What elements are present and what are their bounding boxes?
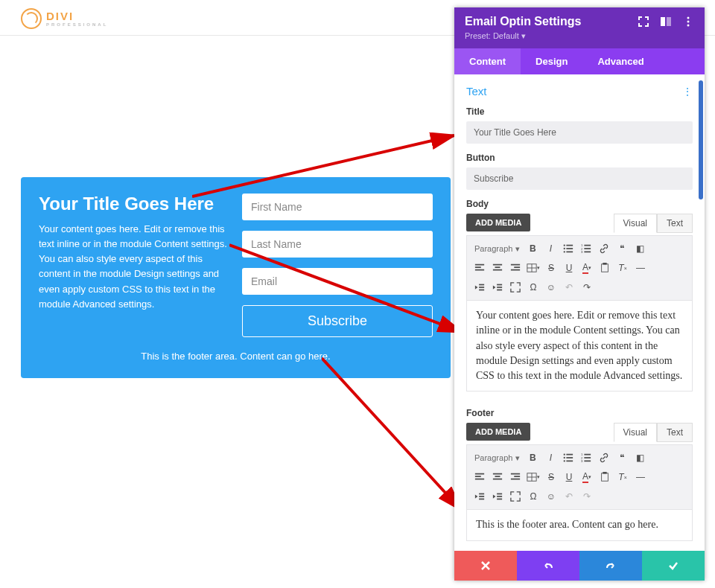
svg-point-5 xyxy=(687,17,690,19)
tab-design[interactable]: Design xyxy=(521,48,582,74)
indent-icon[interactable] xyxy=(489,488,506,505)
preset-selector[interactable]: Preset: Default ▾ xyxy=(454,31,705,48)
special-char-icon[interactable]: Ω xyxy=(525,488,541,505)
cancel-button[interactable] xyxy=(454,551,517,581)
ol-icon[interactable]: 123 xyxy=(578,450,594,466)
strike-icon[interactable]: S xyxy=(543,469,559,485)
subscribe-button[interactable]: Subscribe xyxy=(242,305,433,337)
hr-icon[interactable]: — xyxy=(632,469,649,485)
section-options-icon[interactable]: ⋮ xyxy=(682,86,693,98)
section-title[interactable]: Text xyxy=(466,85,487,98)
svg-point-7 xyxy=(687,25,690,27)
link-icon[interactable] xyxy=(596,240,612,257)
emoji-icon[interactable]: ☺ xyxy=(543,488,559,505)
paragraph-selector-body[interactable]: Paragraph▾ xyxy=(471,243,523,255)
redo-icon[interactable]: ↷ xyxy=(579,488,595,505)
optin-body[interactable]: Your content goes here. Edit or remove t… xyxy=(39,222,229,312)
svg-rect-33 xyxy=(603,263,606,265)
align-center-icon[interactable] xyxy=(489,469,506,485)
svg-point-42 xyxy=(564,457,565,458)
text-tab-footer[interactable]: Text xyxy=(657,423,693,442)
table-icon[interactable]: ▾ xyxy=(525,469,541,485)
more-icon[interactable] xyxy=(682,16,694,28)
code-icon[interactable]: ◧ xyxy=(632,450,648,466)
quote-icon[interactable]: ❝ xyxy=(614,450,630,466)
paste-icon[interactable] xyxy=(597,260,613,276)
bold-icon[interactable]: B xyxy=(524,240,541,257)
footer-editor[interactable]: This is the footer area. Content can go … xyxy=(466,510,693,540)
visual-tab-body[interactable]: Visual xyxy=(614,214,657,233)
settings-panel: Email Optin Settings Preset: Default ▾ C… xyxy=(454,7,705,581)
svg-point-44 xyxy=(564,461,565,462)
switch-view-icon[interactable] xyxy=(660,16,672,28)
ol-icon[interactable]: 123 xyxy=(578,240,594,257)
clear-format-icon[interactable]: T× xyxy=(614,260,631,276)
email-input[interactable] xyxy=(242,268,433,295)
svg-rect-37 xyxy=(497,284,502,286)
align-right-icon[interactable] xyxy=(507,469,524,485)
link-icon[interactable] xyxy=(596,450,612,466)
visual-tab-footer[interactable]: Visual xyxy=(614,423,657,442)
indent-icon[interactable] xyxy=(489,279,506,295)
text-color-icon[interactable]: A▾ xyxy=(579,260,595,276)
svg-point-8 xyxy=(564,244,565,246)
svg-rect-35 xyxy=(479,287,484,288)
add-media-button-body[interactable]: ADD MEDIA xyxy=(466,214,530,231)
redo-button[interactable] xyxy=(579,551,642,581)
align-left-icon[interactable] xyxy=(471,469,488,485)
hr-icon[interactable]: — xyxy=(632,260,649,276)
optin-footer[interactable]: This is the footer area. Content can go … xyxy=(39,351,433,362)
first-name-input[interactable] xyxy=(242,194,433,220)
align-left-icon[interactable] xyxy=(471,260,488,276)
redo-icon[interactable]: ↷ xyxy=(579,279,595,295)
undo-icon[interactable]: ↶ xyxy=(561,279,577,295)
clear-format-icon[interactable]: T× xyxy=(614,469,631,485)
body-editor[interactable]: Your content goes here. Edit or remove t… xyxy=(466,301,693,392)
undo-button[interactable] xyxy=(517,551,579,581)
scrollbar[interactable] xyxy=(699,80,703,199)
button-label: Button xyxy=(466,153,693,163)
svg-rect-38 xyxy=(497,287,502,288)
emoji-icon[interactable]: ☺ xyxy=(543,279,559,295)
underline-icon[interactable]: U xyxy=(561,469,577,485)
svg-point-40 xyxy=(564,454,565,456)
text-color-icon[interactable]: A▾ xyxy=(579,469,595,485)
outdent-icon[interactable] xyxy=(471,488,488,505)
align-right-icon[interactable] xyxy=(507,260,524,276)
align-center-icon[interactable] xyxy=(489,260,506,276)
svg-rect-26 xyxy=(511,264,520,266)
text-tab-body[interactable]: Text xyxy=(657,214,693,233)
italic-icon[interactable]: I xyxy=(542,240,559,257)
code-icon[interactable]: ◧ xyxy=(632,240,648,257)
svg-rect-41 xyxy=(567,454,573,456)
ul-icon[interactable] xyxy=(560,240,576,257)
panel-header: Email Optin Settings Preset: Default ▾ C… xyxy=(454,7,705,74)
svg-rect-43 xyxy=(567,458,573,459)
title-field[interactable] xyxy=(466,121,693,144)
fullscreen-icon[interactable] xyxy=(507,488,524,505)
table-icon[interactable]: ▾ xyxy=(525,260,541,276)
paste-icon[interactable] xyxy=(597,469,613,485)
add-media-button-footer[interactable]: ADD MEDIA xyxy=(466,423,530,441)
underline-icon[interactable]: U xyxy=(561,260,577,276)
strike-icon[interactable]: S xyxy=(543,260,559,276)
quote-icon[interactable]: ❝ xyxy=(614,240,630,257)
expand-icon[interactable] xyxy=(638,16,649,28)
special-char-icon[interactable]: Ω xyxy=(525,279,541,295)
tab-advanced[interactable]: Advanced xyxy=(582,48,658,74)
undo-icon[interactable]: ↶ xyxy=(561,488,577,505)
tab-content[interactable]: Content xyxy=(454,48,521,74)
italic-icon[interactable]: I xyxy=(542,450,559,466)
svg-rect-59 xyxy=(514,476,520,478)
button-field[interactable] xyxy=(466,167,693,190)
bold-icon[interactable]: B xyxy=(524,450,541,466)
last-name-input[interactable] xyxy=(242,231,433,258)
logo[interactable]: DIVI PROFESSIONAL xyxy=(21,8,108,29)
fullscreen-icon[interactable] xyxy=(507,279,524,295)
panel-body[interactable]: Text ⋮ Title Button Body ADD MEDIA Visua… xyxy=(454,74,705,551)
paragraph-selector-footer[interactable]: Paragraph▾ xyxy=(471,452,523,464)
save-button[interactable] xyxy=(642,551,705,581)
outdent-icon[interactable] xyxy=(471,279,488,295)
optin-title[interactable]: Your Title Goes Here xyxy=(39,194,229,214)
ul-icon[interactable] xyxy=(560,450,576,466)
